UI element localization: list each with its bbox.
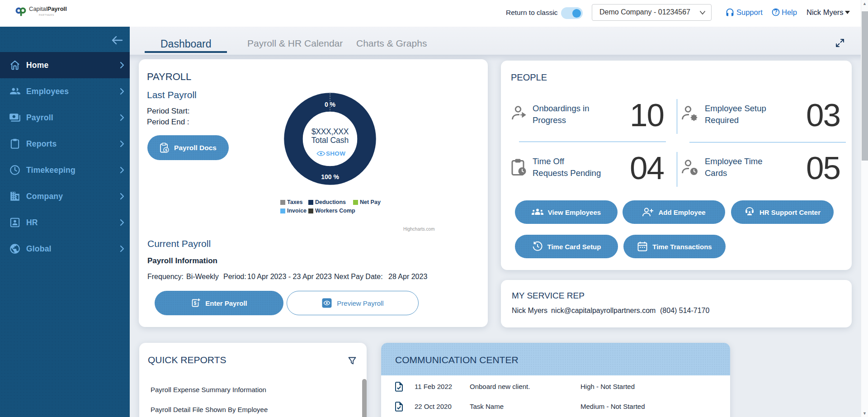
svg-text:$: $ [165,147,167,152]
svg-text:$: $ [194,301,197,306]
svg-text:$XXX,XXX: $XXX,XXX [311,127,349,136]
svg-text:0 %: 0 % [325,101,336,108]
svg-text:100 %: 100 % [321,173,339,180]
svg-text:Total Cash: Total Cash [311,136,349,145]
